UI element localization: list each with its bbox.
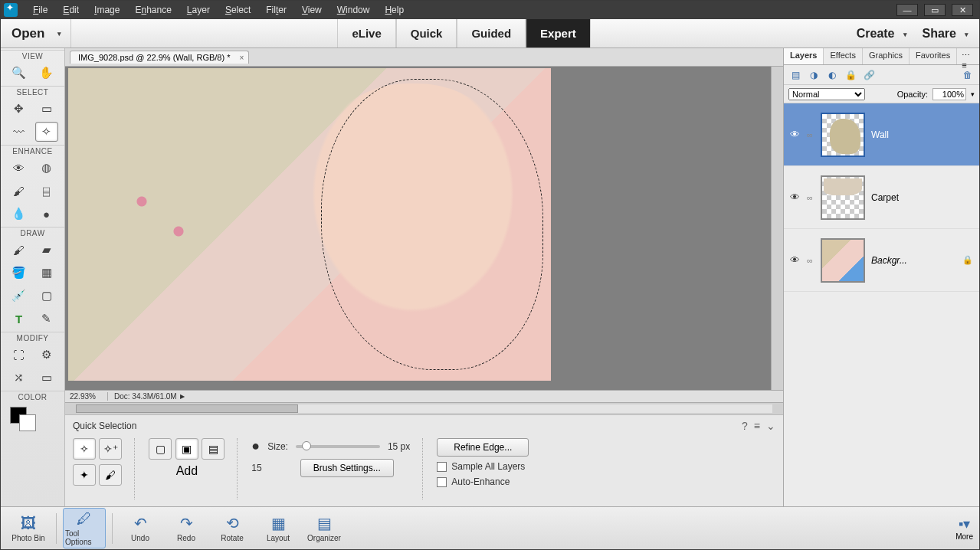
mode-subtract[interactable]: ▤ — [202, 438, 225, 460]
window-close-button[interactable]: ✕ — [952, 4, 973, 16]
horizontal-scrollbar[interactable] — [65, 402, 783, 414]
mode-expert[interactable]: Expert — [526, 19, 591, 47]
layer-name[interactable]: Carpet — [871, 192, 899, 203]
panel-collapse-icon[interactable]: ⌄ — [766, 420, 775, 432]
red-eye-tool[interactable]: 👁 — [8, 158, 31, 178]
move-tool[interactable]: ✥ — [8, 99, 31, 119]
qs-add-to-selection[interactable]: ✧⁺ — [99, 438, 122, 460]
layer-thumbnail[interactable] — [821, 175, 865, 220]
eraser-tool[interactable]: ▰ — [35, 240, 58, 260]
panel-tab-menu-icon[interactable]: ⋯≡ — [957, 48, 979, 64]
menu-enhance[interactable]: Enhance — [127, 2, 179, 18]
auto-enhance-check[interactable]: Auto-Enhance — [437, 476, 529, 487]
brush-tool[interactable]: 🖌 — [8, 240, 31, 260]
delete-layer-icon[interactable]: 🗑 — [961, 68, 975, 82]
layer-row-wall[interactable]: 👁 ∞ Wall — [784, 103, 979, 166]
new-layer-icon[interactable]: ▤ — [788, 68, 802, 82]
canvas-area[interactable] — [65, 67, 783, 390]
panel-menu-icon[interactable]: ≡ — [754, 420, 760, 432]
smart-brush-tool[interactable]: 🖌 — [8, 181, 31, 201]
document-tab-close[interactable]: × — [240, 54, 244, 62]
organizer-button[interactable]: ▤Organizer — [303, 512, 346, 544]
refine-edge-button[interactable]: Refine Edge... — [437, 438, 529, 457]
pencil-tool[interactable]: ✎ — [35, 309, 58, 329]
sample-all-layers-check[interactable]: Sample All Layers — [437, 461, 529, 472]
menu-image[interactable]: Image — [87, 2, 127, 18]
lock-layer-icon[interactable]: 🔒 — [844, 68, 857, 82]
layout-button[interactable]: ▦Layout — [257, 512, 300, 544]
quick-selection-tool[interactable]: ✧ — [35, 122, 58, 142]
size-number[interactable]: 15 — [251, 463, 261, 473]
background-color[interactable] — [19, 414, 36, 431]
window-minimize-button[interactable]: — — [896, 4, 918, 16]
crop-tool[interactable]: ⛶ — [8, 345, 31, 365]
layer-row-background[interactable]: 👁 ∞ Backgr... 🔒 — [784, 229, 979, 292]
status-zoom[interactable]: 22.93% — [65, 392, 108, 401]
create-button[interactable]: Create — [857, 27, 907, 41]
adjustment-layer-icon[interactable]: ◐ — [825, 68, 839, 82]
menu-select[interactable]: Select — [218, 2, 258, 18]
redo-button[interactable]: ↷Redo — [165, 512, 208, 544]
opacity-stepper-icon[interactable]: ▾ — [971, 90, 975, 98]
lasso-tool[interactable]: 〰 — [8, 122, 31, 142]
undo-button[interactable]: ↶Undo — [119, 512, 162, 544]
visibility-toggle-icon[interactable]: 👁 — [790, 192, 801, 203]
photo-bin-button[interactable]: 🖼Photo Bin — [7, 513, 50, 544]
menu-file[interactable]: File — [25, 2, 55, 18]
vertical-scrollbar[interactable] — [771, 67, 783, 390]
spot-heal-tool[interactable]: ◍ — [35, 158, 58, 178]
qs-magic-wand[interactable]: ✦ — [73, 464, 96, 486]
mode-quick[interactable]: Quick — [396, 19, 457, 47]
blend-mode-select[interactable]: Normal — [788, 88, 865, 100]
rotate-button[interactable]: ⟲Rotate — [211, 512, 254, 544]
eyedropper-tool[interactable]: 💉 — [8, 286, 31, 306]
size-slider[interactable] — [296, 445, 380, 448]
document-tab[interactable]: IMG_9028.psd @ 22.9% (Wall, RGB/8) * × — [70, 51, 249, 64]
blur-tool[interactable]: 💧 — [8, 204, 31, 224]
help-icon[interactable]: ? — [742, 420, 748, 432]
zoom-tool[interactable]: 🔍 — [8, 63, 31, 83]
mode-guided[interactable]: Guided — [457, 19, 526, 47]
menu-window[interactable]: Window — [329, 2, 378, 18]
link-layers-icon[interactable]: 🔗 — [862, 68, 876, 82]
layer-row-carpet[interactable]: 👁 ∞ Carpet — [784, 166, 979, 229]
clone-stamp-tool[interactable]: ⌸ — [35, 181, 58, 201]
color-swatches[interactable] — [8, 405, 57, 433]
menu-view[interactable]: View — [294, 2, 329, 18]
shape-tool[interactable]: ▢ — [35, 286, 58, 306]
open-button[interactable]: Open — [11, 19, 71, 47]
tab-graphics[interactable]: Graphics — [863, 48, 910, 64]
menu-edit[interactable]: Edit — [55, 2, 87, 18]
more-button[interactable]: ▪▾More — [955, 516, 973, 541]
visibility-toggle-icon[interactable]: 👁 — [790, 129, 801, 140]
brush-settings-button[interactable]: Brush Settings... — [300, 459, 394, 477]
layer-thumbnail[interactable] — [821, 238, 865, 283]
status-menu-arrow[interactable]: ▶ — [180, 393, 185, 400]
type-tool[interactable]: T — [8, 309, 31, 329]
layer-name[interactable]: Backgr... — [871, 255, 907, 266]
recompose-tool[interactable]: ⚙ — [35, 345, 58, 365]
qs-new-selection[interactable]: ✧ — [73, 438, 96, 460]
layer-name[interactable]: Wall — [871, 129, 889, 140]
straighten-tool[interactable]: ▭ — [35, 368, 58, 388]
opacity-input[interactable]: 100% — [932, 88, 966, 100]
visibility-toggle-icon[interactable]: 👁 — [790, 254, 801, 266]
tool-options-button[interactable]: 🖊Tool Options — [63, 508, 106, 548]
mode-add[interactable]: ▣ — [175, 438, 198, 460]
window-maximize-button[interactable]: ▭ — [924, 4, 946, 16]
mode-new[interactable]: ▢ — [149, 438, 172, 460]
marquee-tool[interactable]: ▭ — [35, 99, 58, 119]
content-aware-tool[interactable]: ⤮ — [8, 368, 31, 388]
qs-selection-brush[interactable]: 🖌 — [99, 464, 122, 486]
layer-mask-icon[interactable]: ◑ — [807, 68, 821, 82]
menu-layer[interactable]: Layer — [179, 2, 218, 18]
sponge-tool[interactable]: ● — [35, 204, 58, 224]
gradient-tool[interactable]: ▦ — [35, 263, 58, 283]
tab-favorites[interactable]: Favorites — [910, 48, 957, 64]
menu-filter[interactable]: Filter — [258, 2, 294, 18]
hand-tool[interactable]: ✋ — [35, 63, 58, 83]
mode-elive[interactable]: eLive — [337, 19, 395, 47]
tab-layers[interactable]: Layers — [784, 48, 824, 64]
menu-help[interactable]: Help — [377, 2, 411, 18]
layer-thumbnail[interactable] — [821, 113, 865, 157]
